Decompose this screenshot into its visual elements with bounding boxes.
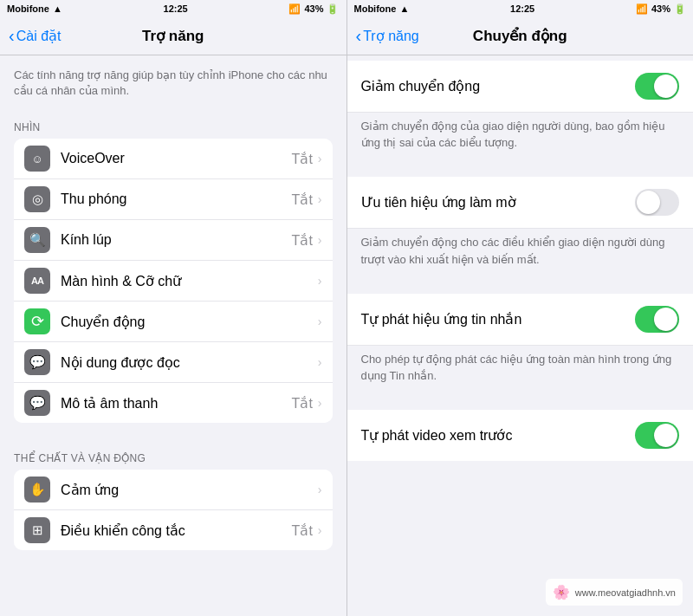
- carrier-left: Mobifone: [7, 3, 49, 14]
- touch-icon: ✋: [24, 477, 50, 503]
- spoken-label: Nội dung được đọc: [61, 354, 318, 371]
- list-item-spoken[interactable]: 💬 Nội dung được đọc ›: [14, 342, 333, 383]
- uu-tien-label: Ưu tiên hiệu ứng làm mờ: [361, 194, 516, 211]
- list-item-voiceover[interactable]: ☺ VoiceOver Tắt ›: [14, 139, 333, 179]
- list-item-touch[interactable]: ✋ Cảm ứng ›: [14, 470, 333, 510]
- motion-icon: ⟳: [24, 308, 50, 334]
- tu-phat-video-item[interactable]: Tự phát video xem trước: [347, 410, 694, 461]
- tu-phat-tn-toggle[interactable]: [635, 306, 679, 333]
- display-label: Màn hình & Cỡ chữ: [61, 273, 318, 289]
- uu-tien-toggle[interactable]: [635, 189, 679, 216]
- list-item-magnifier[interactable]: 🔍 Kính lúp Tắt ›: [14, 220, 333, 261]
- left-description: Các tính năng trợ năng giúp bạn tùy chỉn…: [0, 61, 346, 109]
- back-button-left[interactable]: ‹ Cài đặt: [9, 28, 61, 44]
- zoom-icon: ◎: [24, 186, 50, 212]
- battery-bar-left: 🔋: [327, 3, 339, 15]
- nav-bar-left: ‹ Cài đặt Trợ năng: [0, 17, 346, 55]
- tu-phat-tn-group: Tự phát hiệu ứng tin nhắn Cho phép tự độ…: [347, 294, 694, 392]
- section-header-nhin: NHÌN: [0, 109, 346, 139]
- list-item-motion[interactable]: ⟳ Chuyển động ›: [14, 302, 333, 342]
- carrier-right: Mobifone: [354, 3, 397, 14]
- right-panel: Mobifone ▲ 12:25 📶 43% 🔋 ‹ Trợ năng Chuy…: [347, 0, 694, 616]
- magnifier-value: Tắt: [292, 232, 313, 249]
- battery-bar-right: 🔋: [674, 3, 686, 15]
- back-label-left: Cài đặt: [16, 28, 62, 44]
- motion-chevron: ›: [318, 314, 322, 328]
- audio-value: Tắt: [292, 395, 313, 412]
- battery-right: 43%: [651, 3, 670, 14]
- giam-chuyen-dong-desc-block: Giảm chuyển động của giao diện người dùn…: [347, 113, 694, 159]
- touch-label: Cảm ứng: [61, 482, 318, 498]
- status-right-right: 📶 43% 🔋: [636, 3, 686, 15]
- switch-chevron: ›: [318, 523, 322, 537]
- switch-value: Tắt: [292, 522, 313, 539]
- list-item-display[interactable]: AA Màn hình & Cỡ chữ ›: [14, 261, 333, 302]
- left-panel: Mobifone ▲ 12:25 📶 43% 🔋 ‹ Cài đặt Trợ n…: [0, 0, 347, 616]
- back-button-right[interactable]: ‹ Trợ năng: [356, 28, 419, 44]
- motion-label: Chuyển động: [61, 314, 318, 330]
- battery-icon-left: 📶: [288, 3, 301, 15]
- zoom-chevron: ›: [318, 192, 322, 206]
- uu-tien-desc: Giảm chuyển động cho các điều khiển giao…: [361, 236, 665, 265]
- uu-tien-item[interactable]: Ưu tiên hiệu ứng làm mờ: [347, 177, 694, 229]
- zoom-value: Tắt: [292, 191, 313, 208]
- nav-title-right: Chuyển động: [473, 27, 567, 45]
- magnifier-chevron: ›: [318, 233, 322, 247]
- touch-chevron: ›: [318, 483, 322, 496]
- tu-phat-tn-knob: [654, 308, 677, 331]
- list-item-zoom[interactable]: ◎ Thu phóng Tắt ›: [14, 179, 333, 220]
- display-chevron: ›: [318, 274, 322, 288]
- status-bar-right: Mobifone ▲ 12:25 📶 43% 🔋: [347, 0, 694, 17]
- left-content: Các tính năng trợ năng giúp bạn tùy chỉn…: [0, 55, 346, 616]
- voiceover-icon: ☺: [24, 146, 50, 172]
- list-item-switch[interactable]: ⊞ Điều khiển công tắc Tắt ›: [14, 510, 333, 550]
- wifi-icon-right: ▲: [399, 3, 409, 14]
- status-bar-left: Mobifone ▲ 12:25 📶 43% 🔋: [0, 0, 346, 17]
- wifi-icon: ▲: [53, 3, 62, 14]
- back-label-right: Trợ năng: [363, 28, 419, 44]
- section-header-touch: THỂ CHẤT VÀ VẬN ĐỘNG: [0, 440, 346, 470]
- tu-phat-tn-item[interactable]: Tự phát hiệu ứng tin nhắn: [347, 294, 694, 346]
- tu-phat-tn-desc: Cho phép tự động phát các hiệu ứng toàn …: [361, 353, 672, 382]
- back-chevron-right: ‹: [356, 27, 362, 44]
- watermark-url: www.meovatgiadhnh.vn: [575, 587, 676, 598]
- spoken-icon: 💬: [24, 349, 50, 375]
- tu-phat-tn-label: Tự phát hiệu ứng tin nhắn: [361, 311, 522, 327]
- tu-phat-video-knob: [654, 424, 677, 447]
- audio-chevron: ›: [318, 396, 322, 410]
- tu-phat-video-toggle[interactable]: [635, 422, 679, 449]
- battery-left: 43%: [304, 3, 323, 14]
- list-group-nhin: ☺ VoiceOver Tắt › ◎ Thu phóng Tắt › 🔍 Kí…: [14, 139, 333, 423]
- nav-title-left: Trợ năng: [142, 27, 204, 45]
- watermark-logo: 🌸: [553, 584, 570, 600]
- magnifier-icon: 🔍: [24, 227, 50, 253]
- giam-chuyen-dong-group: Giảm chuyển động Giảm chuyển động của gi…: [347, 61, 694, 159]
- list-item-audio[interactable]: 💬 Mô tả âm thanh Tắt ›: [14, 383, 333, 423]
- giam-chuyen-dong-desc: Giảm chuyển động của giao diện người dùn…: [361, 120, 665, 149]
- status-left-right: Mobifone ▲: [354, 3, 410, 14]
- giam-chuyen-dong-item[interactable]: Giảm chuyển động: [347, 61, 694, 113]
- audio-icon: 💬: [24, 390, 50, 416]
- voiceover-value: Tắt: [292, 151, 313, 167]
- tu-phat-video-group: Tự phát video xem trước: [347, 410, 694, 461]
- uu-tien-desc-block: Giảm chuyển động cho các điều khiển giao…: [347, 229, 694, 276]
- back-chevron-left: ‹: [9, 27, 15, 44]
- right-content: Giảm chuyển động Giảm chuyển động của gi…: [347, 55, 694, 616]
- nav-bar-right: ‹ Trợ năng Chuyển động: [347, 17, 694, 55]
- display-icon: AA: [24, 268, 50, 294]
- uu-tien-knob: [637, 191, 660, 214]
- magnifier-label: Kính lúp: [61, 232, 292, 248]
- time-left: 12:25: [164, 3, 188, 14]
- watermark: 🌸 www.meovatgiadhnh.vn: [546, 579, 683, 606]
- battery-icon-right: 📶: [636, 3, 648, 15]
- giam-chuyen-dong-label: Giảm chuyển động: [361, 78, 481, 94]
- giam-chuyen-dong-knob: [654, 75, 677, 98]
- zoom-label: Thu phóng: [61, 191, 292, 207]
- voiceover-label: VoiceOver: [61, 151, 292, 166]
- tu-phat-tn-desc-block: Cho phép tự động phát các hiệu ứng toàn …: [347, 346, 694, 392]
- voiceover-chevron: ›: [318, 152, 322, 165]
- spoken-chevron: ›: [318, 355, 322, 369]
- giam-chuyen-dong-toggle[interactable]: [635, 73, 679, 100]
- status-right-left: 📶 43% 🔋: [288, 3, 339, 15]
- uu-tien-group: Ưu tiên hiệu ứng làm mờ Giảm chuyển động…: [347, 177, 694, 276]
